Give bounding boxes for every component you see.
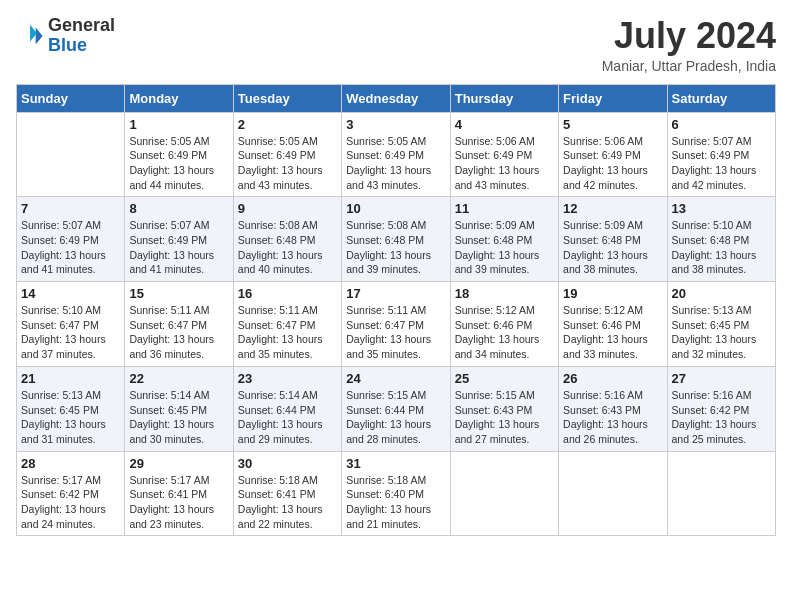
calendar-cell: 19Sunrise: 5:12 AMSunset: 6:46 PMDayligh… bbox=[559, 282, 667, 367]
day-number: 3 bbox=[346, 117, 445, 132]
day-info: Sunrise: 5:15 AMSunset: 6:43 PMDaylight:… bbox=[455, 388, 554, 447]
calendar-cell: 14Sunrise: 5:10 AMSunset: 6:47 PMDayligh… bbox=[17, 282, 125, 367]
day-info: Sunrise: 5:11 AMSunset: 6:47 PMDaylight:… bbox=[129, 303, 228, 362]
logo-icon bbox=[16, 22, 44, 50]
calendar-cell: 31Sunrise: 5:18 AMSunset: 6:40 PMDayligh… bbox=[342, 451, 450, 536]
day-info: Sunrise: 5:15 AMSunset: 6:44 PMDaylight:… bbox=[346, 388, 445, 447]
day-number: 1 bbox=[129, 117, 228, 132]
calendar-cell: 23Sunrise: 5:14 AMSunset: 6:44 PMDayligh… bbox=[233, 366, 341, 451]
day-number: 26 bbox=[563, 371, 662, 386]
day-number: 19 bbox=[563, 286, 662, 301]
day-number: 6 bbox=[672, 117, 771, 132]
day-info: Sunrise: 5:11 AMSunset: 6:47 PMDaylight:… bbox=[238, 303, 337, 362]
calendar-cell: 17Sunrise: 5:11 AMSunset: 6:47 PMDayligh… bbox=[342, 282, 450, 367]
day-info: Sunrise: 5:14 AMSunset: 6:44 PMDaylight:… bbox=[238, 388, 337, 447]
day-number: 4 bbox=[455, 117, 554, 132]
calendar-cell: 4Sunrise: 5:06 AMSunset: 6:49 PMDaylight… bbox=[450, 112, 558, 197]
calendar-cell: 1Sunrise: 5:05 AMSunset: 6:49 PMDaylight… bbox=[125, 112, 233, 197]
header-row: SundayMondayTuesdayWednesdayThursdayFrid… bbox=[17, 84, 776, 112]
week-row-1: 1Sunrise: 5:05 AMSunset: 6:49 PMDaylight… bbox=[17, 112, 776, 197]
calendar-cell: 8Sunrise: 5:07 AMSunset: 6:49 PMDaylight… bbox=[125, 197, 233, 282]
logo-blue: Blue bbox=[48, 35, 87, 55]
day-number: 2 bbox=[238, 117, 337, 132]
day-number: 30 bbox=[238, 456, 337, 471]
day-number: 29 bbox=[129, 456, 228, 471]
week-row-4: 21Sunrise: 5:13 AMSunset: 6:45 PMDayligh… bbox=[17, 366, 776, 451]
calendar-table: SundayMondayTuesdayWednesdayThursdayFrid… bbox=[16, 84, 776, 537]
calendar-cell: 6Sunrise: 5:07 AMSunset: 6:49 PMDaylight… bbox=[667, 112, 775, 197]
day-info: Sunrise: 5:13 AMSunset: 6:45 PMDaylight:… bbox=[21, 388, 120, 447]
header-cell-saturday: Saturday bbox=[667, 84, 775, 112]
day-info: Sunrise: 5:11 AMSunset: 6:47 PMDaylight:… bbox=[346, 303, 445, 362]
calendar-cell: 20Sunrise: 5:13 AMSunset: 6:45 PMDayligh… bbox=[667, 282, 775, 367]
calendar-cell bbox=[450, 451, 558, 536]
day-info: Sunrise: 5:07 AMSunset: 6:49 PMDaylight:… bbox=[21, 218, 120, 277]
day-info: Sunrise: 5:09 AMSunset: 6:48 PMDaylight:… bbox=[455, 218, 554, 277]
day-number: 20 bbox=[672, 286, 771, 301]
day-number: 8 bbox=[129, 201, 228, 216]
calendar-cell bbox=[17, 112, 125, 197]
day-info: Sunrise: 5:08 AMSunset: 6:48 PMDaylight:… bbox=[238, 218, 337, 277]
calendar-cell: 27Sunrise: 5:16 AMSunset: 6:42 PMDayligh… bbox=[667, 366, 775, 451]
day-info: Sunrise: 5:06 AMSunset: 6:49 PMDaylight:… bbox=[455, 134, 554, 193]
day-info: Sunrise: 5:16 AMSunset: 6:43 PMDaylight:… bbox=[563, 388, 662, 447]
calendar-cell: 11Sunrise: 5:09 AMSunset: 6:48 PMDayligh… bbox=[450, 197, 558, 282]
calendar-cell: 15Sunrise: 5:11 AMSunset: 6:47 PMDayligh… bbox=[125, 282, 233, 367]
day-info: Sunrise: 5:05 AMSunset: 6:49 PMDaylight:… bbox=[346, 134, 445, 193]
day-info: Sunrise: 5:18 AMSunset: 6:40 PMDaylight:… bbox=[346, 473, 445, 532]
day-number: 12 bbox=[563, 201, 662, 216]
day-info: Sunrise: 5:13 AMSunset: 6:45 PMDaylight:… bbox=[672, 303, 771, 362]
logo-text: General Blue bbox=[48, 16, 115, 56]
logo-general: General bbox=[48, 15, 115, 35]
day-info: Sunrise: 5:10 AMSunset: 6:48 PMDaylight:… bbox=[672, 218, 771, 277]
page-header: General Blue July 2024 Maniar, Uttar Pra… bbox=[16, 16, 776, 74]
day-info: Sunrise: 5:17 AMSunset: 6:41 PMDaylight:… bbox=[129, 473, 228, 532]
calendar-cell: 29Sunrise: 5:17 AMSunset: 6:41 PMDayligh… bbox=[125, 451, 233, 536]
day-info: Sunrise: 5:16 AMSunset: 6:42 PMDaylight:… bbox=[672, 388, 771, 447]
logo: General Blue bbox=[16, 16, 115, 56]
day-number: 27 bbox=[672, 371, 771, 386]
day-number: 23 bbox=[238, 371, 337, 386]
day-info: Sunrise: 5:12 AMSunset: 6:46 PMDaylight:… bbox=[563, 303, 662, 362]
day-number: 14 bbox=[21, 286, 120, 301]
day-info: Sunrise: 5:17 AMSunset: 6:42 PMDaylight:… bbox=[21, 473, 120, 532]
calendar-cell: 9Sunrise: 5:08 AMSunset: 6:48 PMDaylight… bbox=[233, 197, 341, 282]
header-cell-tuesday: Tuesday bbox=[233, 84, 341, 112]
day-number: 21 bbox=[21, 371, 120, 386]
day-info: Sunrise: 5:09 AMSunset: 6:48 PMDaylight:… bbox=[563, 218, 662, 277]
title-block: July 2024 Maniar, Uttar Pradesh, India bbox=[602, 16, 776, 74]
day-info: Sunrise: 5:12 AMSunset: 6:46 PMDaylight:… bbox=[455, 303, 554, 362]
header-cell-friday: Friday bbox=[559, 84, 667, 112]
day-number: 13 bbox=[672, 201, 771, 216]
calendar-cell: 21Sunrise: 5:13 AMSunset: 6:45 PMDayligh… bbox=[17, 366, 125, 451]
day-info: Sunrise: 5:05 AMSunset: 6:49 PMDaylight:… bbox=[238, 134, 337, 193]
day-number: 28 bbox=[21, 456, 120, 471]
calendar-cell: 2Sunrise: 5:05 AMSunset: 6:49 PMDaylight… bbox=[233, 112, 341, 197]
calendar-cell: 12Sunrise: 5:09 AMSunset: 6:48 PMDayligh… bbox=[559, 197, 667, 282]
day-number: 7 bbox=[21, 201, 120, 216]
calendar-cell: 16Sunrise: 5:11 AMSunset: 6:47 PMDayligh… bbox=[233, 282, 341, 367]
month-year: July 2024 bbox=[602, 16, 776, 56]
day-number: 24 bbox=[346, 371, 445, 386]
calendar-cell: 22Sunrise: 5:14 AMSunset: 6:45 PMDayligh… bbox=[125, 366, 233, 451]
day-info: Sunrise: 5:18 AMSunset: 6:41 PMDaylight:… bbox=[238, 473, 337, 532]
header-cell-wednesday: Wednesday bbox=[342, 84, 450, 112]
day-number: 17 bbox=[346, 286, 445, 301]
week-row-5: 28Sunrise: 5:17 AMSunset: 6:42 PMDayligh… bbox=[17, 451, 776, 536]
calendar-cell bbox=[559, 451, 667, 536]
calendar-cell: 25Sunrise: 5:15 AMSunset: 6:43 PMDayligh… bbox=[450, 366, 558, 451]
calendar-cell: 3Sunrise: 5:05 AMSunset: 6:49 PMDaylight… bbox=[342, 112, 450, 197]
svg-marker-0 bbox=[36, 27, 43, 44]
header-cell-thursday: Thursday bbox=[450, 84, 558, 112]
calendar-cell: 18Sunrise: 5:12 AMSunset: 6:46 PMDayligh… bbox=[450, 282, 558, 367]
calendar-cell: 30Sunrise: 5:18 AMSunset: 6:41 PMDayligh… bbox=[233, 451, 341, 536]
day-number: 25 bbox=[455, 371, 554, 386]
day-info: Sunrise: 5:05 AMSunset: 6:49 PMDaylight:… bbox=[129, 134, 228, 193]
day-number: 10 bbox=[346, 201, 445, 216]
calendar-cell: 5Sunrise: 5:06 AMSunset: 6:49 PMDaylight… bbox=[559, 112, 667, 197]
day-info: Sunrise: 5:10 AMSunset: 6:47 PMDaylight:… bbox=[21, 303, 120, 362]
day-number: 15 bbox=[129, 286, 228, 301]
calendar-cell: 7Sunrise: 5:07 AMSunset: 6:49 PMDaylight… bbox=[17, 197, 125, 282]
day-number: 18 bbox=[455, 286, 554, 301]
calendar-cell bbox=[667, 451, 775, 536]
